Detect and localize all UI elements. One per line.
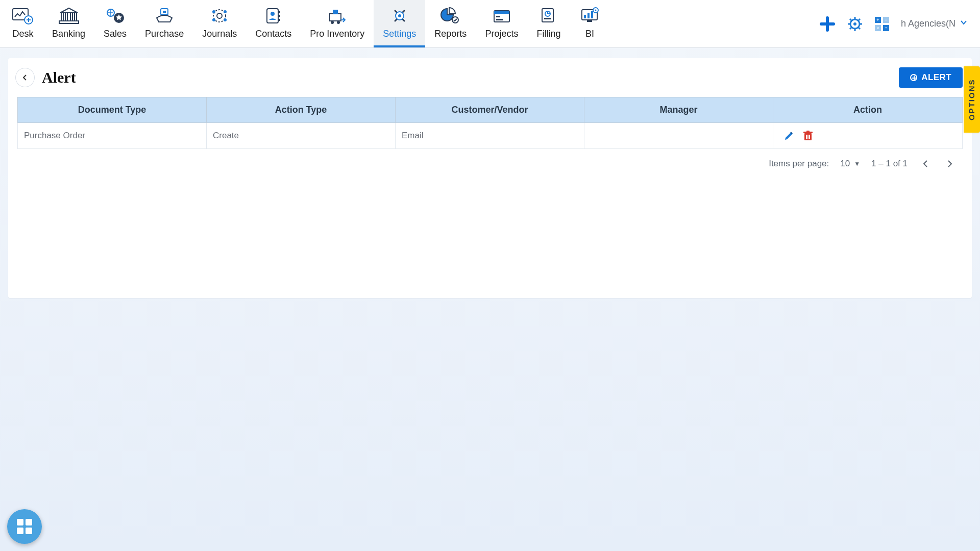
items-per-page-value: 10 <box>840 159 850 169</box>
nav-tab-purchase[interactable]: Purchase <box>136 0 193 47</box>
sales-icon <box>105 6 126 26</box>
nav-label: Purchase <box>145 29 184 39</box>
nav-label: Contacts <box>255 29 291 39</box>
grid-icon <box>17 519 32 534</box>
svg-rect-38 <box>584 15 586 18</box>
svg-rect-21 <box>278 15 280 17</box>
bi-icon <box>579 6 600 26</box>
paginator: Items per page: 10 ▼ 1 – 1 of 1 <box>8 149 972 170</box>
th-action-type: Action Type <box>207 97 396 123</box>
svg-rect-23 <box>330 14 341 21</box>
nav-label: Settings <box>383 29 416 39</box>
nav-tab-contacts[interactable]: Contacts <box>246 0 301 47</box>
cell-cust-vendor: Email <box>396 123 584 149</box>
chevron-down-icon <box>960 18 968 29</box>
svg-point-17 <box>224 18 227 21</box>
svg-rect-3 <box>61 13 63 21</box>
svg-rect-7 <box>59 21 79 23</box>
contacts-icon <box>263 6 284 26</box>
svg-point-45 <box>853 22 856 26</box>
svg-rect-34 <box>542 9 553 22</box>
cell-manager <box>584 123 773 149</box>
items-per-page-label: Items per page: <box>769 159 829 169</box>
nav-label: Banking <box>52 29 85 39</box>
cell-doc-type: Purchase Order <box>18 123 207 149</box>
global-settings-button[interactable] <box>847 16 863 32</box>
nav-tab-journals[interactable]: Journals <box>193 0 246 47</box>
svg-rect-40 <box>591 11 593 18</box>
journals-icon <box>209 6 230 26</box>
quick-add-button[interactable] <box>819 16 836 32</box>
nav-tab-sales[interactable]: Sales <box>94 0 136 47</box>
plus-circle-icon <box>910 74 917 81</box>
org-label: h Agencies(N <box>901 18 955 29</box>
svg-rect-56 <box>806 131 810 132</box>
nav-tab-settings[interactable]: Settings <box>374 0 425 47</box>
nav-tab-pro-inventory[interactable]: Pro Inventory <box>301 0 374 47</box>
page-range-label: 1 – 1 of 1 <box>871 159 908 169</box>
reports-icon <box>440 6 461 26</box>
nav-label: Sales <box>104 29 127 39</box>
nav-label: Reports <box>434 29 467 39</box>
svg-rect-57 <box>806 135 807 139</box>
nav-tab-reports[interactable]: Reports <box>425 0 476 47</box>
svg-rect-24 <box>333 10 338 14</box>
svg-text:−: − <box>885 17 887 22</box>
th-action: Action <box>773 97 963 123</box>
banking-icon <box>58 6 80 26</box>
svg-rect-58 <box>807 135 808 139</box>
svg-rect-31 <box>494 11 509 14</box>
th-customer-vendor: Customer/Vendor <box>396 97 584 123</box>
nav-tab-banking[interactable]: Banking <box>43 0 94 47</box>
svg-rect-39 <box>587 13 590 18</box>
svg-point-13 <box>217 13 222 18</box>
nav-label: Filling <box>536 29 560 39</box>
nav-label: BI <box>585 29 594 39</box>
options-side-tab[interactable]: OPTIONS <box>964 66 980 133</box>
th-document-type: Document Type <box>18 97 207 123</box>
svg-text:+: + <box>876 17 879 22</box>
org-selector[interactable]: h Agencies(N <box>901 18 968 29</box>
alerts-table: Document Type Action Type Customer/Vendo… <box>17 97 963 149</box>
nav-label: Pro Inventory <box>310 29 364 39</box>
svg-rect-41 <box>587 20 592 22</box>
app-launcher-fab[interactable] <box>7 509 42 544</box>
delete-button[interactable] <box>803 130 813 141</box>
nav-tabs: Desk Banking Sales Purchase Journals <box>3 0 609 47</box>
purchase-icon <box>154 6 175 26</box>
prev-page-button[interactable] <box>919 157 932 170</box>
nav-tab-filling[interactable]: Filling <box>527 0 570 47</box>
nav-label: Desk <box>12 29 33 39</box>
desk-icon <box>12 6 34 26</box>
caret-down-icon: ▼ <box>854 160 860 167</box>
settings-icon <box>389 6 410 26</box>
svg-point-14 <box>212 10 215 13</box>
svg-rect-5 <box>70 13 72 21</box>
nav-label: Projects <box>485 29 518 39</box>
cell-action-type: Create <box>207 123 396 149</box>
svg-rect-36 <box>544 18 551 19</box>
svg-rect-59 <box>809 135 810 139</box>
nav-label: Journals <box>202 29 237 39</box>
svg-point-26 <box>337 21 340 24</box>
next-page-button[interactable] <box>943 157 957 170</box>
back-button[interactable] <box>15 68 35 87</box>
nav-tab-bi[interactable]: BI <box>570 0 609 47</box>
top-navbar: Desk Banking Sales Purchase Journals <box>0 0 980 48</box>
edit-button[interactable] <box>783 130 795 141</box>
svg-rect-4 <box>65 13 67 21</box>
svg-rect-32 <box>496 16 500 17</box>
nav-tab-projects[interactable]: Projects <box>476 0 527 47</box>
nav-tab-desk[interactable]: Desk <box>3 0 43 47</box>
apps-button[interactable]: +−×÷ <box>874 16 890 32</box>
items-per-page-select[interactable]: 10 ▼ <box>840 159 860 169</box>
svg-rect-11 <box>163 11 166 13</box>
svg-point-25 <box>331 21 334 24</box>
alert-button-label: ALERT <box>921 72 951 83</box>
create-alert-button[interactable]: ALERT <box>899 67 963 88</box>
th-manager: Manager <box>584 97 773 123</box>
svg-marker-2 <box>60 8 78 13</box>
page-title: Alert <box>42 69 76 86</box>
inventory-icon <box>327 6 348 26</box>
svg-text:÷: ÷ <box>885 26 887 31</box>
